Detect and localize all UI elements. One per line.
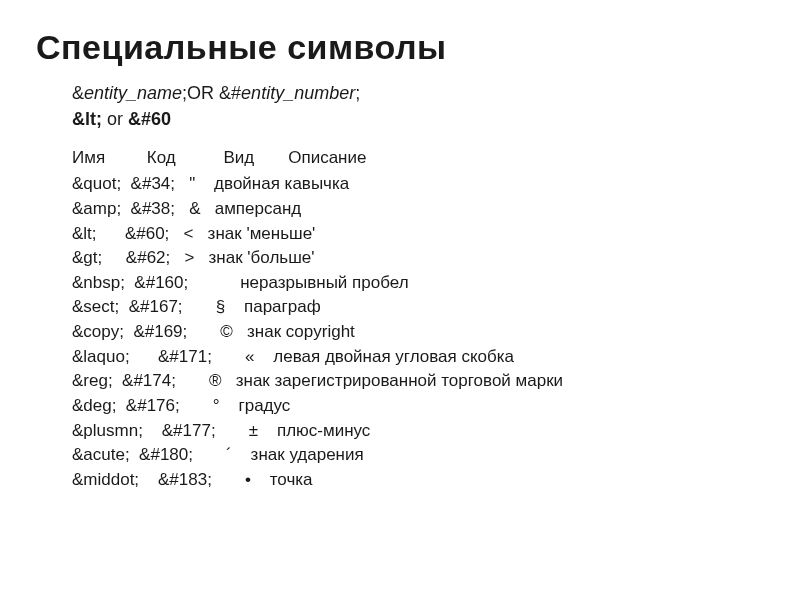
entity-number-placeholder: entity_number — [241, 83, 355, 103]
table-row: &plusmn; &#177; ± плюс-минус — [72, 419, 764, 444]
example-60: &#60 — [128, 109, 171, 129]
table-row: &laquo; &#171; « левая двойная угловая с… — [72, 345, 764, 370]
table-row: &lt; &#60; < знак 'меньше' — [72, 222, 764, 247]
page-title: Специальные символы — [36, 28, 764, 67]
syntax-prefix: & — [72, 83, 84, 103]
table-header: Имя Код Вид Описание — [72, 146, 764, 171]
header-desc: Описание — [288, 146, 366, 171]
header-view: Вид — [223, 146, 283, 171]
table-row: &copy; &#169; © знак copyright — [72, 320, 764, 345]
table-row: &nbsp; &#160; неразрывный пробел — [72, 271, 764, 296]
table-row: &gt; &#62; > знак 'больше' — [72, 246, 764, 271]
table-row: &acute; &#180; ´ знак ударения — [72, 443, 764, 468]
header-name: Имя — [72, 146, 142, 171]
syntax-suffix: ; — [355, 83, 360, 103]
example-lt: &lt; — [72, 109, 102, 129]
entity-name-placeholder: entity_name — [84, 83, 182, 103]
syntax-mid: ;OR &# — [182, 83, 241, 103]
syntax-line-2: &lt; or &#60 — [72, 107, 764, 131]
syntax-line-1: &entity_name;OR &#entity_number; — [72, 81, 764, 105]
syntax-block: &entity_name;OR &#entity_number; &lt; or… — [72, 81, 764, 132]
table-row: &amp; &#38; & амперсанд — [72, 197, 764, 222]
table-row: &quot; &#34; " двойная кавычка — [72, 172, 764, 197]
header-code: Код — [147, 146, 219, 171]
table-row: &reg; &#174; ® знак зарегистрированной т… — [72, 369, 764, 394]
table-row: &deg; &#176; ° градус — [72, 394, 764, 419]
entity-table: Имя Код Вид Описание &quot; &#34; " двой… — [72, 146, 764, 493]
example-or: or — [102, 109, 128, 129]
table-row: &middot; &#183; • точка — [72, 468, 764, 493]
table-row: &sect; &#167; § параграф — [72, 295, 764, 320]
